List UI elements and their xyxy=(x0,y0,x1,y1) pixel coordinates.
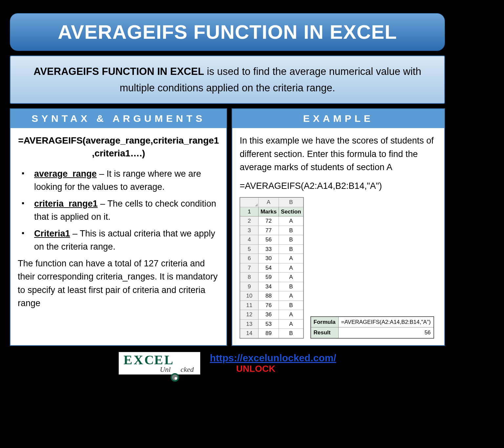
header-cell: Marks xyxy=(258,207,279,216)
footer-links: https://excelunlocked.com/ UNLOCK xyxy=(210,352,336,374)
row-number: 1 xyxy=(240,207,258,216)
row-number: 2 xyxy=(240,216,258,226)
data-cell: 88 xyxy=(258,291,279,301)
sheet-corner xyxy=(240,197,258,207)
argument-name: Criteria1 xyxy=(34,229,70,238)
argument-list: average_range – It is range where we are… xyxy=(18,167,219,254)
row-number: 6 xyxy=(240,254,258,263)
page-title: AVERAGEIFS FUNCTION IN EXCEL xyxy=(10,13,445,51)
data-cell: B xyxy=(279,329,304,338)
result-value: 56 xyxy=(338,327,434,338)
table-row: 1489B xyxy=(240,329,303,338)
logo-top-text: EXCEL xyxy=(123,353,196,367)
example-header: EXAMPLE xyxy=(232,109,444,128)
row-number: 13 xyxy=(240,319,258,329)
argument-item: average_range – It is range where we are… xyxy=(20,167,219,194)
row-number: 12 xyxy=(240,310,258,320)
table-row: 1176B xyxy=(240,301,303,310)
table-row: 1353A xyxy=(240,319,303,329)
data-cell: B xyxy=(279,226,304,235)
argument-name: average_range xyxy=(34,169,97,179)
result-formula-value: =AVERAGEIFS(A2:A14,B2:B14,"A") xyxy=(338,317,434,327)
table-row: 377B xyxy=(240,226,303,235)
table-row: 272A xyxy=(240,216,303,226)
data-cell: 30 xyxy=(258,254,279,263)
data-cell: 72 xyxy=(258,216,279,226)
footer: EXCEL Unlcked https://excelunlocked.com/… xyxy=(10,352,445,375)
data-cell: 34 xyxy=(258,282,279,291)
data-cell: B xyxy=(279,235,304,245)
example-intro: In this example we have the scores of st… xyxy=(240,134,437,174)
argument-item: Criteria1 – This is actual criteria that… xyxy=(20,227,219,254)
row-number: 14 xyxy=(240,329,258,338)
data-cell: A xyxy=(279,263,304,273)
data-cell: A xyxy=(279,273,304,282)
data-cell: B xyxy=(279,282,304,291)
example-formula: =AVERAGEIFS(A2:A14,B2:B14,"A") xyxy=(240,179,437,193)
data-cell: 33 xyxy=(258,244,279,254)
data-cell: B xyxy=(279,244,304,254)
data-cell: 36 xyxy=(258,310,279,320)
example-panel: EXAMPLE In this example we have the scor… xyxy=(232,108,445,346)
table-row: 1236A xyxy=(240,310,303,320)
data-cell: A xyxy=(279,310,304,320)
sheet-data-header: 1 Marks Section xyxy=(240,207,303,216)
syntax-body: =AVERAGEIFS(average_range,criteria_range… xyxy=(10,128,226,316)
data-cell: B xyxy=(279,301,304,310)
row-number: 9 xyxy=(240,282,258,291)
header-cell: Section xyxy=(279,207,304,216)
row-number: 5 xyxy=(240,244,258,254)
table-row: 456B xyxy=(240,235,303,245)
table-row: 859A xyxy=(240,273,303,282)
excel-sheet: A B 1 Marks Section 272A377B456B533B630A… xyxy=(240,197,304,339)
data-cell: A xyxy=(279,319,304,329)
logo: EXCEL Unlcked xyxy=(118,352,200,375)
sheet-col-header: A B xyxy=(240,197,303,207)
col-letter: B xyxy=(279,197,304,207)
syntax-panel: SYNTAX & ARGUMENTS =AVERAGEIFS(average_r… xyxy=(10,108,227,346)
col-letter: A xyxy=(258,197,279,207)
data-cell: 77 xyxy=(258,226,279,235)
result-formula-label: Formula xyxy=(311,317,339,327)
table-row: 630A xyxy=(240,254,303,263)
data-cell: A xyxy=(279,254,304,263)
example-body: In this example we have the scores of st… xyxy=(232,128,444,345)
row-number: 4 xyxy=(240,235,258,245)
syntax-header: SYNTAX & ARGUMENTS xyxy=(10,109,226,128)
data-cell: 89 xyxy=(258,329,279,338)
syntax-formula: =AVERAGEIFS(average_range,criteria_range… xyxy=(18,134,219,160)
table-row: 533B xyxy=(240,244,303,254)
result-formula-row: Formula =AVERAGEIFS(A2:A14,B2:B14,"A") xyxy=(311,317,434,327)
data-cell: A xyxy=(279,291,304,301)
table-row: 934B xyxy=(240,282,303,291)
result-box: Formula =AVERAGEIFS(A2:A14,B2:B14,"A") R… xyxy=(310,316,434,339)
data-cell: 76 xyxy=(258,301,279,310)
table-row: 1088A xyxy=(240,291,303,301)
description-banner: AVERAGEIFS FUNCTION IN EXCEL is used to … xyxy=(10,56,445,104)
table-row: 754A xyxy=(240,263,303,273)
syntax-note: The function can have a total of 127 cri… xyxy=(18,257,219,310)
data-cell: 54 xyxy=(258,263,279,273)
data-cell: 59 xyxy=(258,273,279,282)
description-lead: AVERAGEIFS FUNCTION IN EXCEL xyxy=(33,66,204,77)
row-number: 3 xyxy=(240,226,258,235)
argument-name: criteria_range1 xyxy=(34,199,98,209)
data-cell: 53 xyxy=(258,319,279,329)
argument-item: criteria_range1 – The cells to check con… xyxy=(20,197,219,224)
excel-area: A B 1 Marks Section 272A377B456B533B630A… xyxy=(240,197,437,339)
row-number: 8 xyxy=(240,273,258,282)
site-url-link[interactable]: https://excelunlocked.com/ xyxy=(210,352,336,364)
row-number: 11 xyxy=(240,301,258,310)
row-number: 10 xyxy=(240,291,258,301)
data-cell: 56 xyxy=(258,235,279,245)
unlock-text: UNLOCK xyxy=(236,364,336,374)
data-cell: A xyxy=(279,216,304,226)
lock-icon xyxy=(171,373,179,382)
result-value-label: Result xyxy=(311,327,339,338)
row-number: 7 xyxy=(240,263,258,273)
result-value-row: Result 56 xyxy=(311,327,434,338)
columns-row: SYNTAX & ARGUMENTS =AVERAGEIFS(average_r… xyxy=(10,108,445,346)
